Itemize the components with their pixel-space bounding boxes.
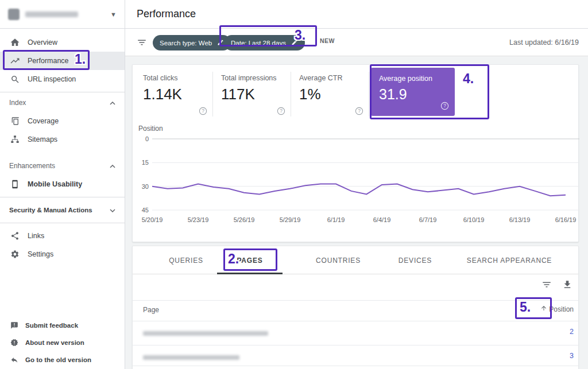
pencil-icon <box>291 39 298 47</box>
sidebar-section-enhancements[interactable]: Enhancements <box>0 157 125 175</box>
section-label: Security & Manual Actions <box>9 207 92 213</box>
active-tab-underline <box>217 273 283 274</box>
gear-icon <box>10 249 20 259</box>
go-to-old-version-link[interactable]: Go to the old version <box>0 351 125 368</box>
performance-chart-panel: Total clicks 1.14K ? Total impressions 1… <box>132 64 579 242</box>
about-new-version-link[interactable]: About new version <box>0 334 125 351</box>
sidebar-item-overview[interactable]: Overview <box>0 33 125 52</box>
sidebar-item-label: Settings <box>28 250 53 258</box>
position-value: 3 <box>570 352 574 360</box>
sidebar-item-label: Performance <box>28 57 69 65</box>
property-favicon <box>8 9 20 20</box>
submit-feedback-link[interactable]: Submit feedback <box>0 317 125 334</box>
home-icon <box>10 37 20 48</box>
last-updated-text: Last updated: 6/16/19 <box>509 29 579 56</box>
feedback-icon <box>10 321 19 330</box>
metric-value: 1.14K <box>135 82 213 103</box>
smartphone-icon <box>10 179 20 189</box>
metric-average-position[interactable]: Average position 31.9 ? <box>371 68 455 116</box>
table-row[interactable]: 2 <box>133 321 578 345</box>
divider <box>0 197 125 197</box>
svg-text:?: ? <box>358 108 361 114</box>
sidebar-item-coverage[interactable]: Coverage <box>0 112 125 130</box>
main-content: Total clicks 1.14K ? Total impressions 1… <box>125 56 588 369</box>
help-icon[interactable]: ? <box>199 107 207 115</box>
new-badge: NEW <box>320 37 335 44</box>
page-url-redacted <box>143 355 239 360</box>
sidebar-section-index[interactable]: Index <box>0 94 125 112</box>
sidebar: ▼ Overview Performance URL inspection <box>0 0 125 369</box>
sidebar-item-settings[interactable]: Settings <box>0 245 125 263</box>
metric-average-ctr[interactable]: Average CTR 1% ? <box>291 68 369 121</box>
metric-label: Total impressions <box>213 68 291 82</box>
sidebar-item-performance[interactable]: Performance <box>0 52 125 70</box>
column-header-position[interactable]: Position <box>540 305 574 313</box>
dimensions-table-panel: QUERIES PAGES COUNTRIES DEVICES SEARCH A… <box>132 246 579 369</box>
footer-item-label: Go to the old version <box>25 356 91 363</box>
footer-item-label: About new version <box>25 339 84 346</box>
caret-down-icon: ▼ <box>110 11 117 18</box>
help-icon[interactable]: ? <box>355 107 363 115</box>
tab-countries[interactable]: COUNTRIES <box>316 257 361 265</box>
chart-x-axis: 5/20/195/23/195/26/195/29/196/1/196/4/19… <box>152 216 579 226</box>
sidebar-item-label: Mobile Usability <box>28 180 82 188</box>
chevron-up-icon <box>110 162 115 170</box>
page-url-redacted <box>143 331 268 336</box>
chip-label: Search type: Web <box>160 40 212 46</box>
table-filter-icon[interactable] <box>541 279 552 290</box>
sidebar-item-url-inspection[interactable]: URL inspection <box>0 70 125 88</box>
sidebar-item-label: Coverage <box>28 117 59 125</box>
download-icon[interactable] <box>562 279 572 290</box>
date-range-chip[interactable]: Date: Last 28 days <box>224 35 305 51</box>
sidebar-item-label: Links <box>28 232 44 240</box>
search-type-chip[interactable]: Search type: Web <box>153 35 231 51</box>
sidebar-section-security[interactable]: Security & Manual Actions <box>0 200 125 220</box>
help-icon[interactable]: ? <box>440 102 449 110</box>
column-header-page[interactable]: Page <box>143 306 159 314</box>
svg-text:?: ? <box>280 108 283 114</box>
sidebar-item-sitemaps[interactable]: Sitemaps <box>0 130 125 149</box>
property-name-redacted <box>25 11 78 17</box>
metric-label: Average CTR <box>291 68 369 82</box>
divider <box>369 72 369 116</box>
sidebar-item-label: URL inspection <box>28 75 76 83</box>
metric-label: Total clicks <box>135 68 213 82</box>
filter-toolbar: Search type: Web Date: Last 28 days Last… <box>125 29 588 56</box>
sidebar-item-label: Sitemaps <box>28 135 57 143</box>
chevron-down-icon <box>110 207 115 213</box>
property-selector[interactable]: ▼ <box>0 0 125 29</box>
trending-up-icon <box>10 56 20 66</box>
search-console-app: ▼ Overview Performance URL inspection <box>0 0 588 369</box>
sitemap-icon <box>10 134 20 145</box>
chart-y-axis: 0153045 <box>133 138 149 213</box>
sidebar-footer: Submit feedback About new version Go to … <box>0 317 125 369</box>
section-label: Index <box>9 99 26 107</box>
sidebar-item-links[interactable]: Links <box>0 227 125 245</box>
metric-value: 31.9 <box>371 83 455 103</box>
column-header-label: Position <box>549 305 574 313</box>
chevron-up-icon <box>110 99 115 107</box>
help-icon[interactable]: ? <box>277 107 285 115</box>
tab-devices[interactable]: DEVICES <box>399 257 432 265</box>
divider <box>0 92 125 92</box>
chip-label: Date: Last 28 days <box>231 40 286 46</box>
tab-pages[interactable]: PAGES <box>237 257 262 265</box>
tab-search-appearance[interactable]: SEARCH APPEARANCE <box>467 257 552 265</box>
page-title: Performance <box>137 8 196 20</box>
footer-item-label: Submit feedback <box>25 322 78 329</box>
metric-total-clicks[interactable]: Total clicks 1.14K ? <box>135 68 213 121</box>
metric-total-impressions[interactable]: Total impressions 117K ? <box>213 68 291 121</box>
svg-text:?: ? <box>202 108 204 114</box>
top-bar: Performance <box>125 0 588 29</box>
arrow-up-icon <box>540 305 547 313</box>
dimension-tabs: QUERIES PAGES COUNTRIES DEVICES SEARCH A… <box>133 246 578 274</box>
filter-icon[interactable] <box>137 37 147 49</box>
chart-axis-label: Position <box>138 125 163 133</box>
divider <box>133 366 578 366</box>
tab-queries[interactable]: QUERIES <box>169 257 203 265</box>
section-label: Enhancements <box>9 162 55 170</box>
sidebar-item-mobile-usability[interactable]: Mobile Usability <box>0 175 125 193</box>
position-line-chart[interactable] <box>152 138 579 213</box>
search-icon <box>10 74 20 84</box>
divider <box>133 300 578 301</box>
